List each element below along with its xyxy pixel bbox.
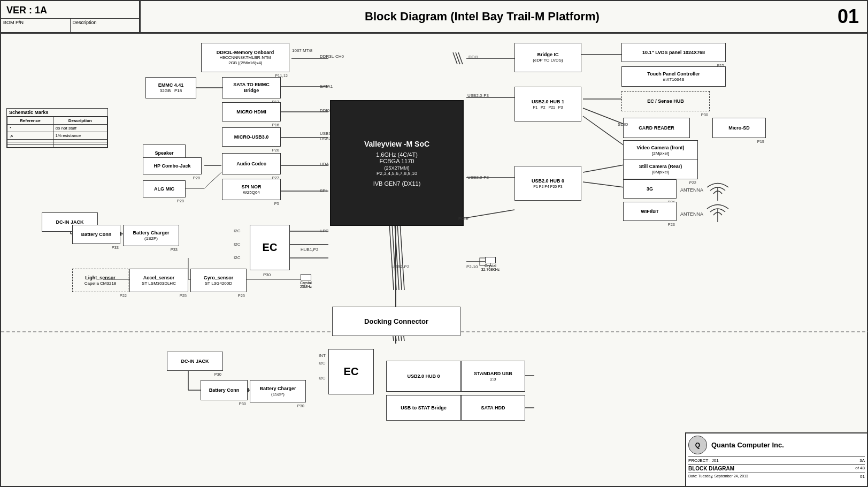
lpc-signal: LPC <box>320 229 329 233</box>
svg-line-43 <box>466 210 514 218</box>
schematic-marks: Schematic Marks Reference Description *d… <box>6 108 108 148</box>
docking-connector-block: Docking Connector <box>332 307 460 336</box>
project-label: PROJECT : J01 <box>688 458 719 463</box>
svg-line-39 <box>583 116 624 146</box>
usb2p2-sig: USB2.0-P2 <box>467 175 489 180</box>
int-signal: INT <box>319 353 326 358</box>
ver-title: VER : 1A <box>1 1 139 19</box>
antenna-label-wifi: ANTENNA <box>680 211 703 217</box>
video-cam-block: Video Camera (front) [2Mpixel] P22 <box>623 140 698 161</box>
lvds-panel-block: 10.1" LVDS panel 1024X768 P15 <box>621 43 726 62</box>
page-of: of 48 <box>855 466 865 471</box>
micro-sd-block: Micro-SD P19 <box>712 118 766 138</box>
touch-panel-title: Touch Panel Controller <box>647 71 700 77</box>
light-sensor-title: Light_sensor <box>85 275 116 281</box>
marks-col-desc: Description <box>53 117 107 125</box>
accel-sensor-sub: ST LSM303DLHC <box>142 281 176 286</box>
ddr3l-signal: 1067 MT/8 <box>292 48 312 53</box>
svg-line-54 <box>392 223 396 290</box>
title-block: Q Quanta Computer Inc. PROJECT : J01 3A … <box>685 432 867 486</box>
crystal-box: Crystal 32.768KHz <box>480 257 501 271</box>
spi-nor-block: SPI NOR W25Q64 P5 <box>222 179 281 200</box>
still-cam-title: Still Camera (Rear) <box>639 164 682 170</box>
emmc-block: EMMC 4.41 32GB P18 <box>145 77 196 98</box>
hp-combo-port: P28 <box>193 176 200 180</box>
page-title: Block Diagram (Intel Bay Trail-M Platfor… <box>140 10 824 24</box>
i2c-bot-sig2: I2C <box>319 376 325 381</box>
svg-line-53 <box>389 223 394 290</box>
svg-line-57 <box>400 223 404 290</box>
soc-title: Valleyview -M SoC <box>364 140 429 148</box>
hub-signal: HUB1,P2 <box>301 247 318 252</box>
emmc-sata-line <box>194 77 226 98</box>
description-label: Description <box>71 19 140 33</box>
ec-top-block: EC <box>250 225 290 270</box>
dc-in-jack-bot: DC-IN JACK P30 <box>167 352 223 371</box>
touch-panel-block: Touch Panel Controller mXT1664S <box>621 66 726 87</box>
battery-charger-title-bot: Battery Charger <box>259 386 296 392</box>
header: VER : 1A BOM P/N Description Block Diagr… <box>1 1 867 33</box>
sata-emmc-block: SATA TO EMMCBridge P17 <box>222 77 281 98</box>
battery-conn-port-bot: P30 <box>239 401 246 406</box>
usb-stat-title: USB to STAT Bridge <box>401 405 447 411</box>
date-label: Date: Tuesday, September 24, 2013 <box>688 474 748 479</box>
crystal-box2: Crystal 25MHz <box>295 274 317 288</box>
dc-in-title-bot: DC-IN JACK <box>181 359 209 364</box>
i2c-sig3: I2C <box>234 255 240 260</box>
hp-combo-title: HP Combo-Jack <box>154 163 191 169</box>
micro-usb30-title: MICRO-USB3.0 <box>234 134 269 140</box>
soc-sub5: IVB GEN7 (DX11) <box>373 180 421 187</box>
alg-mic-block: ALG MIC P28 <box>143 180 186 197</box>
doc-title: BLOCK DIAGRAM <box>688 466 734 471</box>
gyro-sensor-block: Gyro_sensor ST L3G4200D P25 <box>190 269 247 292</box>
still-cam-block: Still Camera (Rear) [8Mpixel] P22 <box>623 159 698 179</box>
alg-mic-port: P28 <box>177 199 184 203</box>
battery-conn-port-top: P33 <box>112 245 119 250</box>
sata-hdd-block: SATA HDD <box>461 395 525 421</box>
battery-conn-bot: Battery Conn P30 <box>201 380 248 400</box>
battery-conn-title-top: Battery Conn <box>81 232 112 238</box>
accel-sensor-title: Accel_sensor <box>143 275 175 281</box>
marks-col-ref: Reference <box>7 117 53 125</box>
3g-title: 3G <box>647 186 653 192</box>
spi-nor-port: P5 <box>274 201 279 206</box>
svg-line-42 <box>583 165 624 172</box>
3g-block: 3G P24 <box>623 179 677 199</box>
battery-charger-port-top: P33 <box>171 247 178 252</box>
usb2-hub0-bot-block: USB2.0 HUB 0 <box>386 361 461 392</box>
ddr3l-sub2: 2GB [(256x16)x4] <box>228 60 262 66</box>
light-sensor-port: P22 <box>120 293 127 298</box>
ddr3l-block: DDR3L-Memory Onboard H9CCNNN8KTMLBR-NTM … <box>201 43 289 72</box>
audio-codec-block: Audio Codec P27 <box>222 153 281 174</box>
svg-line-56 <box>397 223 402 290</box>
pcie-signal: PCIE <box>458 216 468 221</box>
quanta-logo: Q <box>688 436 707 454</box>
quanta-name: Quanta Computer Inc. <box>711 441 784 449</box>
page-number: 01 <box>824 5 867 28</box>
spi-signal: SPI <box>320 188 327 193</box>
light-sensor-block: Light_sensor Capella CM3218 P22 <box>72 269 128 292</box>
emmc-sub: 32GB P18 <box>160 88 182 94</box>
card-reader-title: CARD READER <box>639 125 674 131</box>
micro-usb30-block: MICRO-USB3.0 P20 <box>222 127 281 147</box>
soc-block: Valleyview -M SoC 1.6GHz (4C/4T) FCBGA 1… <box>330 100 464 226</box>
i2c-sig2: I2C <box>234 242 240 247</box>
accel-sensor-block: Accel_sensor ST LSM303DLHC P25 <box>129 269 188 292</box>
ec-sense-port: P30 <box>701 112 708 117</box>
usb2p2-signal: USB2-P2 <box>391 264 409 269</box>
antenna-symbol-wifi <box>702 198 734 226</box>
still-cam-port: P22 <box>689 180 696 185</box>
battery-charger-port-bot: P30 <box>297 404 304 408</box>
soc-sub2: FCBGA 1170 <box>380 158 414 164</box>
micro-hdmi-port: P16 <box>272 123 279 127</box>
light-sensor-sub: Capella CM3218 <box>85 281 117 286</box>
hp-combo-block: HP Combo-Jack P28 <box>143 157 202 174</box>
ec-bot-label: EC <box>344 366 359 378</box>
emmc-title: EMMC 4.41 <box>158 82 184 88</box>
marks-row: ,s <box>7 132 53 140</box>
micro-sd-port: P19 <box>757 139 764 144</box>
ec-sense-block: EC / Sense HUB P30 <box>621 91 710 111</box>
battery-charger-title-top: Battery Charger <box>133 230 169 236</box>
gyro-sensor-title: Gyro_sensor <box>204 275 234 281</box>
docking-title: Docking Connector <box>364 317 428 326</box>
